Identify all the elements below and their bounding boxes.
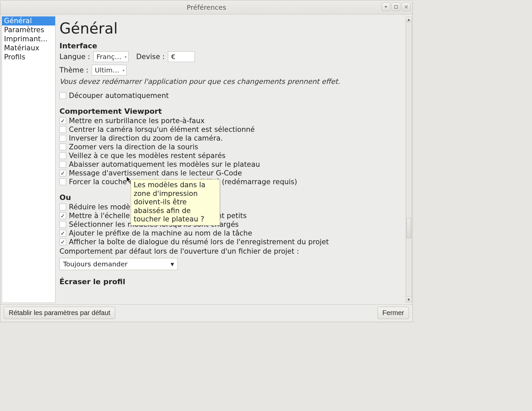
content-wrap: Général Interface Langue : Franç… ▾ Devi… [55, 14, 412, 304]
viewport-check-3[interactable] [59, 144, 66, 150]
window-title: Préférences [187, 3, 226, 11]
page-title: Général [59, 20, 404, 37]
chevron-down-icon: ▾ [171, 260, 174, 268]
viewport-check-5[interactable] [59, 161, 66, 168]
sidebar-item-label: Imprimant... [4, 35, 47, 43]
titlebar: Préférences [0, 0, 412, 14]
viewport-check-7[interactable] [59, 178, 66, 185]
files-check-1[interactable] [59, 212, 66, 219]
files-label-3: Ajouter le préfixe de la machine au nom … [69, 229, 252, 237]
scrollbar-thumb[interactable] [406, 218, 411, 238]
scroll-up-icon[interactable]: ▲ [406, 17, 411, 22]
sidebar-item-label: Matériaux [4, 44, 39, 52]
language-select[interactable]: Franç… ▾ [93, 51, 129, 62]
viewport-label-0: Mettre en surbrillance les porte-à-faux [69, 117, 205, 125]
vertical-scrollbar[interactable]: ▲ ▼ [406, 16, 412, 302]
default-behavior-select[interactable]: Toujours demander ▾ [59, 258, 178, 270]
sidebar-item-printers[interactable]: Imprimant... [2, 35, 55, 44]
content-panel: Général Interface Langue : Franç… ▾ Devi… [59, 16, 404, 302]
preferences-window: Préférences Général Paramètres Imprimant… [0, 0, 413, 322]
viewport-label-2: Inverser la direction du zoom de la camé… [69, 134, 223, 142]
section-heading-viewport: Comportement Viewport [59, 107, 404, 115]
chevron-down-icon: ▾ [125, 55, 126, 59]
sidebar-item-materials[interactable]: Matériaux [2, 44, 55, 53]
files-check-4[interactable] [59, 239, 66, 245]
language-select-value: Franç… [96, 53, 121, 61]
viewport-check-0[interactable] [59, 117, 66, 124]
scroll-down-icon[interactable]: ▼ [406, 297, 411, 302]
default-behavior-label: Comportement par défaut lors de l'ouvert… [59, 247, 299, 255]
reset-defaults-button[interactable]: Rétablir les paramètres par défaut [4, 307, 115, 319]
files-check-0[interactable] [59, 204, 66, 210]
viewport-check-1[interactable] [59, 126, 66, 133]
section-heading-profile: Écraser le profil [59, 277, 404, 286]
sidebar-item-settings[interactable]: Paramètres [2, 25, 55, 35]
window-controls [382, 2, 410, 11]
sidebar-item-general[interactable]: Général [2, 16, 55, 25]
reset-defaults-label: Rétablir les paramètres par défaut [9, 309, 110, 316]
section-heading-files: Ou fichiers [59, 193, 404, 202]
close-dialog-button[interactable]: Fermer [378, 307, 409, 319]
viewport-label-6: Message d'avertissement dans le lecteur … [69, 169, 242, 177]
dialog-body: Général Paramètres Imprimant... Matériau… [0, 14, 412, 304]
chevron-down-icon: ▾ [123, 68, 124, 72]
viewport-check-6[interactable] [59, 170, 66, 176]
auto-slice-checkbox[interactable] [59, 92, 66, 99]
viewport-check-2[interactable] [59, 135, 66, 142]
sidebar-item-label: Paramètres [4, 26, 44, 34]
currency-value: € [171, 53, 175, 61]
restart-note: Vous devez redémarrer l'application pour… [59, 78, 404, 86]
default-behavior-value: Toujours demander [63, 260, 128, 268]
close-button[interactable] [402, 2, 410, 11]
viewport-label-3: Zoomer vers la direction de la souris [69, 143, 198, 151]
files-check-2[interactable] [59, 221, 66, 228]
auto-slice-label: Découper automatiquement [69, 92, 169, 100]
viewport-label-4: Veillez à ce que les modèles restent sép… [69, 152, 226, 160]
language-label: Langue : [59, 53, 90, 61]
theme-select-value: Ultim… [95, 66, 119, 74]
section-heading-interface: Interface [59, 42, 404, 50]
currency-label: Devise : [136, 53, 165, 61]
sidebar: Général Paramètres Imprimant... Matériau… [2, 16, 55, 303]
close-dialog-label: Fermer [383, 309, 404, 316]
sidebar-item-label: Général [4, 17, 32, 25]
viewport-label-5: Abaisser automatiquement les modèles sur… [69, 160, 260, 168]
files-label-4: Afficher la boîte de dialogue du résumé … [69, 238, 329, 246]
theme-label: Thème : [59, 66, 88, 74]
dialog-footer: Rétablir les paramètres par défaut Ferme… [0, 304, 412, 322]
tooltip: Les modèles dans la zone d'impression do… [131, 179, 220, 225]
sidebar-item-label: Profils [4, 53, 25, 61]
viewport-check-4[interactable] [59, 152, 66, 159]
theme-select[interactable]: Ultim… ▾ [92, 65, 127, 75]
minimize-button[interactable] [382, 2, 390, 11]
viewport-label-1: Centrer la caméra lorsqu'un élément est … [69, 125, 255, 134]
svg-rect-0 [395, 5, 398, 8]
maximize-button[interactable] [392, 2, 400, 11]
currency-input[interactable]: € [168, 51, 195, 62]
sidebar-item-profiles[interactable]: Profils [2, 53, 55, 62]
files-check-3[interactable] [59, 230, 66, 237]
